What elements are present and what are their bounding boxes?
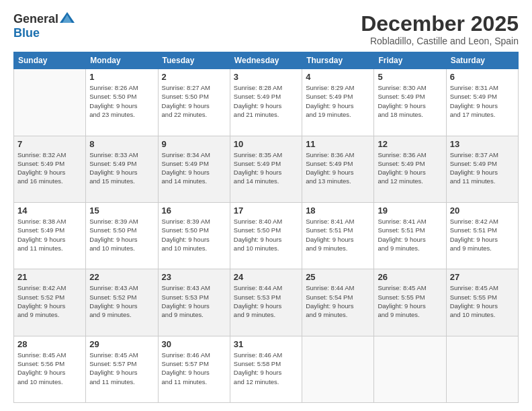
table-row — [446, 336, 518, 402]
day-number: 19 — [378, 205, 442, 216]
day-number: 13 — [450, 139, 515, 149]
day-number: 22 — [89, 272, 154, 282]
day-info: Sunrise: 8:27 AM Sunset: 5:50 PM Dayligh… — [162, 83, 226, 119]
header: General Blue December 2025 Robladillo, C… — [13, 12, 519, 46]
day-info: Sunrise: 8:43 AM Sunset: 5:53 PM Dayligh… — [162, 283, 226, 319]
day-info: Sunrise: 8:45 AM Sunset: 5:55 PM Dayligh… — [378, 283, 442, 319]
day-number: 6 — [450, 72, 515, 82]
calendar-week-row: 28Sunrise: 8:45 AM Sunset: 5:56 PM Dayli… — [14, 336, 519, 402]
day-number: 30 — [162, 339, 226, 349]
day-info: Sunrise: 8:45 AM Sunset: 5:57 PM Dayligh… — [89, 351, 154, 386]
day-number: 29 — [89, 339, 154, 349]
day-info: Sunrise: 8:40 AM Sunset: 5:50 PM Dayligh… — [234, 217, 298, 253]
day-info: Sunrise: 8:34 AM Sunset: 5:49 PM Dayligh… — [162, 150, 226, 186]
day-info: Sunrise: 8:36 AM Sunset: 5:49 PM Dayligh… — [306, 150, 370, 186]
day-number: 12 — [378, 139, 442, 149]
table-row: 22Sunrise: 8:43 AM Sunset: 5:52 PM Dayli… — [86, 269, 158, 336]
day-info: Sunrise: 8:39 AM Sunset: 5:50 PM Dayligh… — [162, 217, 226, 253]
table-row: 8Sunrise: 8:33 AM Sunset: 5:49 PM Daylig… — [86, 136, 158, 202]
day-info: Sunrise: 8:35 AM Sunset: 5:49 PM Dayligh… — [234, 150, 298, 186]
calendar-table: Sunday Monday Tuesday Wednesday Thursday… — [13, 52, 519, 403]
calendar-body: 1Sunrise: 8:26 AM Sunset: 5:50 PM Daylig… — [14, 69, 519, 403]
title-block: December 2025 Robladillo, Castille and L… — [361, 12, 519, 46]
col-tuesday: Tuesday — [158, 52, 230, 69]
day-info: Sunrise: 8:32 AM Sunset: 5:49 PM Dayligh… — [17, 150, 82, 186]
day-number: 15 — [89, 205, 154, 216]
day-number: 4 — [306, 72, 370, 82]
day-info: Sunrise: 8:28 AM Sunset: 5:49 PM Dayligh… — [234, 83, 298, 119]
day-number: 9 — [162, 139, 226, 149]
table-row: 31Sunrise: 8:46 AM Sunset: 5:58 PM Dayli… — [230, 336, 302, 402]
day-number: 11 — [306, 139, 370, 149]
table-row: 10Sunrise: 8:35 AM Sunset: 5:49 PM Dayli… — [230, 136, 302, 202]
day-info: Sunrise: 8:31 AM Sunset: 5:49 PM Dayligh… — [450, 83, 515, 119]
table-row — [14, 69, 86, 136]
day-info: Sunrise: 8:46 AM Sunset: 5:57 PM Dayligh… — [162, 351, 226, 386]
day-number: 3 — [234, 72, 298, 82]
table-row: 4Sunrise: 8:29 AM Sunset: 5:49 PM Daylig… — [302, 69, 374, 136]
col-monday: Monday — [86, 52, 158, 69]
day-number: 7 — [17, 139, 82, 149]
day-info: Sunrise: 8:29 AM Sunset: 5:49 PM Dayligh… — [306, 83, 370, 119]
logo: General Blue — [13, 12, 75, 40]
col-sunday: Sunday — [14, 52, 86, 69]
table-row: 5Sunrise: 8:30 AM Sunset: 5:49 PM Daylig… — [374, 69, 446, 136]
table-row: 29Sunrise: 8:45 AM Sunset: 5:57 PM Dayli… — [86, 336, 158, 402]
day-number: 1 — [89, 72, 154, 82]
day-number: 8 — [89, 139, 154, 149]
day-info: Sunrise: 8:41 AM Sunset: 5:51 PM Dayligh… — [378, 217, 442, 253]
table-row: 26Sunrise: 8:45 AM Sunset: 5:55 PM Dayli… — [374, 269, 446, 336]
table-row: 12Sunrise: 8:36 AM Sunset: 5:49 PM Dayli… — [374, 136, 446, 202]
day-number: 2 — [162, 72, 226, 82]
table-row — [374, 336, 446, 402]
day-info: Sunrise: 8:37 AM Sunset: 5:49 PM Dayligh… — [450, 150, 515, 186]
table-row: 6Sunrise: 8:31 AM Sunset: 5:49 PM Daylig… — [446, 69, 518, 136]
table-row: 16Sunrise: 8:39 AM Sunset: 5:50 PM Dayli… — [158, 202, 230, 269]
day-number: 20 — [450, 205, 515, 216]
day-info: Sunrise: 8:44 AM Sunset: 5:53 PM Dayligh… — [234, 283, 298, 319]
calendar-week-row: 7Sunrise: 8:32 AM Sunset: 5:49 PM Daylig… — [14, 136, 519, 202]
table-row: 14Sunrise: 8:38 AM Sunset: 5:49 PM Dayli… — [14, 202, 86, 269]
day-info: Sunrise: 8:41 AM Sunset: 5:51 PM Dayligh… — [306, 217, 370, 253]
day-number: 25 — [306, 272, 370, 282]
day-info: Sunrise: 8:26 AM Sunset: 5:50 PM Dayligh… — [89, 83, 154, 119]
table-row: 9Sunrise: 8:34 AM Sunset: 5:49 PM Daylig… — [158, 136, 230, 202]
day-info: Sunrise: 8:42 AM Sunset: 5:52 PM Dayligh… — [17, 283, 82, 319]
table-row: 18Sunrise: 8:41 AM Sunset: 5:51 PM Dayli… — [302, 202, 374, 269]
day-number: 24 — [234, 272, 298, 282]
col-friday: Friday — [374, 52, 446, 69]
table-row: 15Sunrise: 8:39 AM Sunset: 5:50 PM Dayli… — [86, 202, 158, 269]
table-row — [302, 336, 374, 402]
table-row: 23Sunrise: 8:43 AM Sunset: 5:53 PM Dayli… — [158, 269, 230, 336]
col-saturday: Saturday — [446, 52, 518, 69]
day-number: 27 — [450, 272, 515, 282]
month-title: December 2025 — [361, 12, 519, 36]
day-info: Sunrise: 8:39 AM Sunset: 5:50 PM Dayligh… — [89, 217, 154, 253]
table-row: 11Sunrise: 8:36 AM Sunset: 5:49 PM Dayli… — [302, 136, 374, 202]
table-row: 28Sunrise: 8:45 AM Sunset: 5:56 PM Dayli… — [14, 336, 86, 402]
table-row: 17Sunrise: 8:40 AM Sunset: 5:50 PM Dayli… — [230, 202, 302, 269]
day-number: 21 — [17, 272, 82, 282]
table-row: 27Sunrise: 8:45 AM Sunset: 5:55 PM Dayli… — [446, 269, 518, 336]
calendar-week-row: 14Sunrise: 8:38 AM Sunset: 5:49 PM Dayli… — [14, 202, 519, 269]
table-row: 20Sunrise: 8:42 AM Sunset: 5:51 PM Dayli… — [446, 202, 518, 269]
table-row: 1Sunrise: 8:26 AM Sunset: 5:50 PM Daylig… — [86, 69, 158, 136]
day-info: Sunrise: 8:38 AM Sunset: 5:49 PM Dayligh… — [17, 217, 82, 253]
table-row: 25Sunrise: 8:44 AM Sunset: 5:54 PM Dayli… — [302, 269, 374, 336]
day-info: Sunrise: 8:44 AM Sunset: 5:54 PM Dayligh… — [306, 283, 370, 319]
day-number: 23 — [162, 272, 226, 282]
table-row: 19Sunrise: 8:41 AM Sunset: 5:51 PM Dayli… — [374, 202, 446, 269]
day-number: 5 — [378, 72, 442, 82]
table-row: 21Sunrise: 8:42 AM Sunset: 5:52 PM Dayli… — [14, 269, 86, 336]
table-row: 13Sunrise: 8:37 AM Sunset: 5:49 PM Dayli… — [446, 136, 518, 202]
logo-blue-text: Blue — [13, 26, 40, 40]
col-wednesday: Wednesday — [230, 52, 302, 69]
table-row: 3Sunrise: 8:28 AM Sunset: 5:49 PM Daylig… — [230, 69, 302, 136]
day-number: 31 — [234, 339, 298, 349]
day-number: 28 — [17, 339, 82, 349]
day-info: Sunrise: 8:42 AM Sunset: 5:51 PM Dayligh… — [450, 217, 515, 253]
logo-icon — [60, 12, 75, 23]
table-row: 2Sunrise: 8:27 AM Sunset: 5:50 PM Daylig… — [158, 69, 230, 136]
col-thursday: Thursday — [302, 52, 374, 69]
day-number: 18 — [306, 205, 370, 216]
